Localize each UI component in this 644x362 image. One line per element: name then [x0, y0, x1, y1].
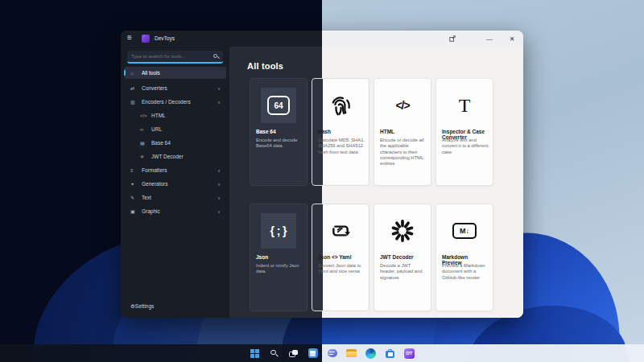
encoders-icon: ▥ — [130, 99, 142, 105]
tool-card-jwt-decoder[interactable]: JWT Decoder Decode a JWT header, payload… — [374, 204, 431, 311]
search-input[interactable] — [131, 54, 213, 59]
sidebar-item-encoders-decoders[interactable]: ▥ Encoders / Decoders ∧ — [124, 96, 226, 108]
sidebar: ⌂ All tools ⇄ Converters ∨ ▥ Encoders / … — [121, 47, 229, 318]
card-description: Encode and decode Base64 data. — [256, 138, 303, 150]
sidebar-item-label: HTML — [151, 113, 166, 118]
card-title: HTML — [380, 129, 427, 134]
chevron-down-icon[interactable]: ∨ — [217, 182, 221, 187]
tool-card-markdown-preview[interactable]: M↓ Markdown Preview Preview a Markdown d… — [436, 204, 493, 311]
close-button[interactable]: ✕ — [501, 31, 523, 47]
widgets-icon[interactable] — [306, 347, 320, 360]
card-title: Hash — [318, 129, 365, 134]
letter-t-icon: T — [447, 88, 482, 123]
sidebar-item-jwt-decoder[interactable]: ✳ JWT Decoder — [124, 150, 226, 162]
devtoys-window: ≡ DevToys — ✕ ⌂ All tools ⇄ Converters ∨ — [121, 31, 523, 318]
card-title: Base 64 — [256, 129, 303, 134]
sidebar-item-all-tools[interactable]: ⌂ All tools — [124, 67, 226, 79]
tool-card-json[interactable]: { ; } Json Indent or minify Json data. — [250, 204, 308, 311]
tool-search-box[interactable] — [127, 51, 223, 64]
devtoys-app-icon — [142, 35, 150, 43]
base64-icon: 64 — [261, 88, 296, 123]
formatters-icon: ≡ — [130, 168, 142, 173]
tool-card-json-yaml[interactable]: Json <> Yaml Convert Json data to Yaml a… — [312, 204, 369, 311]
card-description: Preview a Markdown document with a GitHu… — [442, 263, 489, 281]
sidebar-item-label: Base 64 — [151, 140, 171, 146]
sidebar-item-base64[interactable]: ▤ Base 64 — [124, 137, 226, 149]
sidebar-item-graphic[interactable]: ▣ Graphic ∨ — [124, 205, 226, 217]
convert-loop-icon — [323, 213, 358, 249]
tool-card-hash[interactable]: Hash Calculate MD5, SHA1, SHA256 and SHA… — [312, 78, 369, 186]
card-description: Decode a JWT header, payload and signatu… — [380, 263, 427, 281]
sidebar-item-label: All tools — [142, 70, 160, 76]
sidebar-item-formatters[interactable]: ≡ Formatters ∨ — [124, 164, 226, 176]
sidebar-item-settings[interactable]: ⚙ Settings — [124, 300, 226, 312]
text-icon: ✎ — [130, 195, 142, 200]
sidebar-item-generators[interactable]: ✦ Generators ∨ — [124, 178, 226, 190]
base64-icon: ▤ — [140, 140, 151, 146]
teams-chat-icon[interactable] — [325, 347, 339, 360]
graphic-icon: ▣ — [130, 208, 142, 214]
code-icon: </> — [385, 88, 420, 123]
chevron-down-icon[interactable]: ∨ — [217, 209, 221, 214]
card-title: Json <> Yaml — [318, 254, 365, 260]
chevron-down-icon[interactable]: ∨ — [217, 195, 221, 200]
chevron-down-icon[interactable]: ∨ — [217, 168, 221, 173]
generators-icon: ✦ — [130, 181, 142, 187]
edge-browser-icon[interactable] — [364, 347, 378, 360]
json-braces-icon: { ; } — [261, 213, 296, 249]
sidebar-item-label: Converters — [142, 85, 167, 91]
sidebar-item-label: Text — [142, 195, 151, 200]
card-description: Convert Json data to Yaml and vice versa — [318, 263, 365, 275]
sidebar-item-converters[interactable]: ⇄ Converters ∨ — [124, 82, 226, 94]
tool-card-inspector-case-converter[interactable]: T Inspector & Case Converter Analyze tex… — [436, 78, 493, 186]
settings-label: Settings — [135, 303, 155, 309]
sidebar-item-label: URL — [151, 126, 162, 132]
title-bar[interactable]: ≡ DevToys — ✕ — [121, 31, 523, 47]
home-icon: ⌂ — [130, 71, 142, 76]
sidebar-item-label: Formatters — [142, 167, 167, 173]
task-view-icon[interactable] — [287, 347, 300, 360]
compact-overlay-button[interactable] — [441, 31, 464, 47]
markdown-icon: M↓ — [447, 213, 482, 249]
hamburger-menu-icon[interactable]: ≡ — [127, 33, 132, 42]
search-icon[interactable] — [213, 54, 219, 60]
microsoft-store-icon[interactable] — [383, 347, 397, 360]
chevron-up-icon[interactable]: ∧ — [217, 100, 221, 105]
sidebar-item-label: Graphic — [142, 208, 160, 214]
chevron-down-icon[interactable]: ∨ — [217, 86, 221, 91]
card-title: Json — [256, 254, 303, 260]
taskbar-search-icon[interactable] — [267, 347, 281, 360]
tool-card-base64[interactable]: 64 Base 64 Encode and decode Base64 data… — [250, 78, 308, 186]
link-icon: ∞ — [140, 127, 151, 132]
card-title: JWT Decoder — [380, 254, 427, 260]
devtoys-taskbar-icon[interactable]: DT — [402, 347, 416, 360]
sidebar-item-html[interactable]: </> HTML — [124, 109, 226, 121]
gear-icon: ✳ — [140, 154, 151, 159]
desktop: ≡ DevToys — ✕ ⌂ All tools ⇄ Converters ∨ — [0, 0, 644, 362]
main-content: All tools 64 Base 64 Encode and decode B… — [229, 47, 523, 318]
card-description: Indent or minify Json data. — [256, 263, 303, 275]
sidebar-item-url[interactable]: ∞ URL — [124, 123, 226, 135]
start-button[interactable] — [248, 347, 262, 360]
tool-card-html[interactable]: </> HTML Encode or decode all the applic… — [374, 78, 431, 186]
sidebar-item-label: Generators — [142, 181, 168, 187]
minimize-button[interactable]: — — [478, 31, 501, 47]
taskbar: DT ∧ ☁ ▭ 11:50 PM 1/19/2022 — [0, 344, 644, 362]
page-title: All tools — [247, 61, 283, 71]
card-description: Calculate MD5, SHA1, SHA256 and SHA512 h… — [318, 138, 365, 155]
taskbar-icons: DT — [248, 346, 416, 360]
converters-icon: ⇄ — [130, 85, 142, 91]
fingerprint-icon — [323, 88, 358, 123]
card-description: Encode or decode all the applicable char… — [380, 138, 427, 167]
sidebar-item-label: JWT Decoder — [151, 154, 184, 159]
file-explorer-icon[interactable] — [345, 347, 358, 360]
window-title: DevToys — [155, 35, 175, 41]
jwt-burst-icon — [385, 213, 420, 249]
sidebar-item-text[interactable]: ✎ Text ∨ — [124, 191, 226, 204]
card-description: Analyze text and convert it to a differe… — [442, 138, 489, 155]
sidebar-item-label: Encoders / Decoders — [142, 99, 191, 105]
code-icon: </> — [140, 113, 151, 118]
